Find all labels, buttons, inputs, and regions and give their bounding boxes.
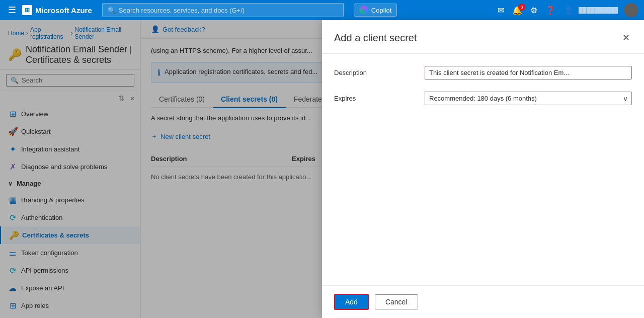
panel-title: Add a client secret [334,32,417,44]
azure-logo: ⊞ Microsoft Azure [22,5,92,15]
description-field-wrapper [425,66,632,80]
help-icon: ❓ [545,6,555,15]
global-search-input[interactable] [119,7,338,14]
topbar-icons: ✉ 🔔 3 ⚙ ❓ 👤 ██████████ [495,3,638,17]
copilot-button[interactable]: Copilot [354,4,397,17]
copilot-icon [359,6,368,15]
cancel-button[interactable]: Cancel [375,294,418,309]
account-btn[interactable]: 👤 [560,4,577,17]
avatar[interactable] [624,3,638,17]
global-search-box[interactable]: 🔍 [102,3,344,17]
panel-header: Add a client secret ✕ [322,20,644,54]
description-label: Description [334,66,405,76]
email-icon-btn[interactable]: ✉ [495,4,507,17]
gear-icon: ⚙ [530,6,537,15]
description-input[interactable] [425,66,632,80]
azure-logo-text: Microsoft Azure [35,6,92,15]
person-icon: 👤 [564,6,574,15]
topbar: ☰ ⊞ Microsoft Azure 🔍 Copilot ✉ 🔔 3 ⚙ ❓ … [0,0,644,20]
add-button[interactable]: Add [334,294,369,310]
form-row-description: Description [334,66,632,80]
panel-footer: Add Cancel [322,285,644,318]
user-info: ██████████ [579,7,618,13]
email-icon: ✉ [498,6,504,15]
azure-logo-icon: ⊞ [22,5,32,15]
panel-body: Description Expires Recommended: 180 day… [322,54,644,285]
help-btn[interactable]: ❓ [542,4,558,17]
form-row-expires: Expires Recommended: 180 days (6 months)… [334,92,632,105]
expires-label: Expires [334,92,405,102]
panel-close-btn[interactable]: ✕ [620,30,632,45]
notification-badge: 3 [518,4,525,11]
notifications-btn[interactable]: 🔔 3 [509,4,525,17]
expires-select[interactable]: Recommended: 180 days (6 months) 90 days… [425,92,632,105]
copilot-label: Copilot [371,7,391,14]
hamburger-menu[interactable]: ☰ [6,3,18,18]
search-icon: 🔍 [108,7,116,14]
settings-btn[interactable]: ⚙ [527,4,540,17]
expires-select-wrapper: Recommended: 180 days (6 months) 90 days… [425,92,632,105]
add-client-secret-panel: Add a client secret ✕ Description Expire… [322,20,644,318]
